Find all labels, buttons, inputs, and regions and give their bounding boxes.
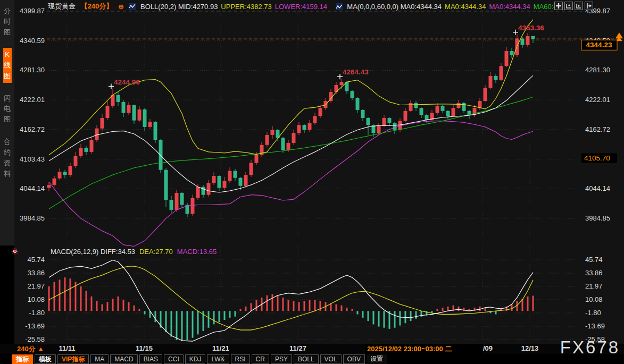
toolbar-item-BOLL[interactable]: BOLL <box>294 354 319 364</box>
macd-indicator-header: MACD(26,12,9) DIFF:34.53DEA:27.70MACD:13… <box>51 248 221 256</box>
svg-text:-13.69: -13.69 <box>25 322 45 330</box>
sidebar-item-闪电图[interactable]: 闪电图 <box>3 91 12 126</box>
svg-text:4244.96: 4244.96 <box>114 78 140 86</box>
chart-canvas[interactable]: 4399.874399.874340.594340.594281.304281.… <box>0 0 624 364</box>
compass-icon[interactable]: ⊕ <box>118 3 124 11</box>
svg-text:4222.01: 4222.01 <box>20 96 45 104</box>
boll-value-0: BOLL(20,2) MID:4270.93 <box>140 3 218 11</box>
svg-text:33.86: 33.86 <box>27 269 45 277</box>
svg-text:4344.23: 4344.23 <box>586 41 612 49</box>
ma-indicator-icon[interactable] <box>336 3 343 10</box>
toolbar-item-OBV[interactable]: OBV <box>343 354 365 364</box>
svg-text:10.08: 10.08 <box>585 295 603 303</box>
toolbar-item-RSI[interactable]: RSI <box>231 354 250 364</box>
boll-value-2: LOWER:4159.14 <box>275 3 327 11</box>
toolbar-item-BIAS[interactable]: BIAS <box>139 354 162 364</box>
sidebar-item-合约资料[interactable]: 合约资料 <box>3 135 12 181</box>
svg-text:4044.14: 4044.14 <box>20 184 45 192</box>
period-label: 【240分】 <box>81 2 113 10</box>
svg-text:4399.87: 4399.87 <box>20 7 45 15</box>
boll-values: BOLL(20,2) MID:4270.93UPPER:4382.73LOWER… <box>140 2 330 10</box>
exit-fullscreen-icon[interactable] <box>585 2 593 10</box>
ma-values: MA(0,0,0,60,0,0) MA0:4344.34MA0:4344.34M… <box>347 2 560 10</box>
move-tool-icon[interactable] <box>554 2 563 10</box>
svg-text:3984.85: 3984.85 <box>20 214 45 222</box>
ma-value-0: MA(0,0,0,60,0,0) MA0:4344.34 <box>347 3 442 11</box>
svg-text:45.74: 45.74 <box>585 256 603 264</box>
macd-value-0: MACD(26,12,9) DIFF:34.53 <box>51 248 135 256</box>
svg-text:4281.30: 4281.30 <box>20 66 45 74</box>
svg-text:4340.59: 4340.59 <box>20 37 45 45</box>
sidebar-item-K线图[interactable]: K线图 <box>3 48 12 83</box>
svg-text:3984.85: 3984.85 <box>585 214 610 222</box>
date-label-12-13: 12/13 <box>521 344 539 352</box>
timeframe-selector[interactable]: 240分 ▲ <box>17 344 44 354</box>
toolbar-item-VIP指标[interactable]: VIP指标 <box>57 354 89 364</box>
indicator-topbar: 现货黄金 【240分】 ⊕ BOLL(20,2) MID:4270.93UPPE… <box>48 2 564 11</box>
svg-text:4222.01: 4222.01 <box>585 96 610 104</box>
instrument-title: 现货黄金 <box>48 2 76 10</box>
svg-text:4103.43: 4103.43 <box>20 155 45 163</box>
svg-text:-13.69: -13.69 <box>585 322 605 330</box>
panel-divider-icon <box>12 248 19 255</box>
svg-text:4281.30: 4281.30 <box>585 66 610 74</box>
scale-up-icon[interactable] <box>564 2 573 10</box>
toolbar-item-CCI[interactable]: CCI <box>164 354 184 364</box>
toolbar-item-指标[interactable]: 指标 <box>12 354 33 364</box>
toolbar-item-LW&[interactable]: LW& <box>207 354 229 364</box>
svg-text:-1.80: -1.80 <box>29 309 45 317</box>
svg-text:-25.58: -25.58 <box>25 335 45 343</box>
boll-indicator-icon[interactable] <box>129 3 136 10</box>
macd-value-2: MACD:13.65 <box>177 248 217 256</box>
ma-value-3: MA60:4 <box>534 3 558 11</box>
toolbar-item-MACD[interactable]: MACD <box>110 354 137 364</box>
fx678-watermark: FX678 <box>560 337 620 358</box>
date-label-11-27: 11/27 <box>289 344 306 352</box>
toolbar-item-VOL[interactable]: VOL <box>320 354 342 364</box>
svg-text:21.97: 21.97 <box>585 282 603 290</box>
ma-value-2: MA0:4344.34 <box>489 3 530 11</box>
svg-text:45.74: 45.74 <box>27 256 45 264</box>
toolbar-item-设置[interactable]: 设置 <box>367 354 387 364</box>
svg-text:4162.72: 4162.72 <box>585 125 610 133</box>
toolbar-item-模板[interactable]: 模板 <box>35 354 56 364</box>
svg-text:4264.43: 4264.43 <box>343 68 369 76</box>
date-label-11-21: 11/21 <box>212 344 229 352</box>
svg-text:-1.80: -1.80 <box>585 309 601 317</box>
sidebar-item-分时图[interactable]: 分时图 <box>3 4 12 39</box>
boll-value-1: UPPER:4382.73 <box>221 3 271 11</box>
svg-text:4105.70: 4105.70 <box>584 154 610 162</box>
time-axis: 240分 ▲ 2025/12/02 23:00~03:00 二 11/1111/… <box>0 344 624 354</box>
toolbar-item-MA[interactable]: MA <box>90 354 109 364</box>
date-label--09: /09 <box>483 344 493 352</box>
svg-text:4044.14: 4044.14 <box>585 184 610 192</box>
sidebar: 分时图K线图闪电图合约资料 <box>0 0 14 246</box>
app-root: 4399.874399.874340.594340.594281.304281.… <box>0 0 624 364</box>
ma-value-1: MA0:4344.34 <box>445 3 486 11</box>
crosshair-date-tooltip: 2025/12/02 23:00~03:00 二 <box>365 344 482 354</box>
svg-text:21.97: 21.97 <box>27 282 45 290</box>
toolbar-item-CR[interactable]: CR <box>252 354 269 364</box>
svg-text:4162.72: 4162.72 <box>20 125 45 133</box>
svg-text:10.08: 10.08 <box>27 295 45 303</box>
indicator-toolbar: 指标模板VIP指标MAMACDBIASCCIKDJLW&RSICRPSYBOLL… <box>12 354 387 364</box>
macd-value-1: DEA:27.70 <box>139 248 173 256</box>
date-label-11-11: 11/11 <box>59 344 75 352</box>
chart-window-controls <box>554 2 593 10</box>
scale-right-icon[interactable] <box>575 2 583 10</box>
toolbar-item-KDJ[interactable]: KDJ <box>185 354 206 364</box>
svg-text:33.86: 33.86 <box>585 269 603 277</box>
svg-text:4353.36: 4353.36 <box>518 24 544 32</box>
date-label-11-15: 11/15 <box>136 344 153 352</box>
toolbar-item-PSY[interactable]: PSY <box>271 354 292 364</box>
